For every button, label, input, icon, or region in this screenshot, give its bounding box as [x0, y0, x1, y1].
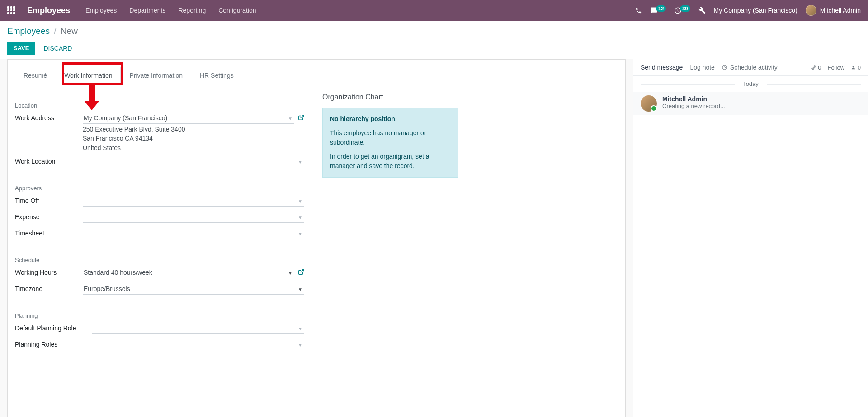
message-avatar: [641, 95, 657, 112]
work-location-input[interactable]: [83, 156, 304, 167]
menu-employees[interactable]: Employees: [85, 7, 117, 14]
external-link-icon[interactable]: [298, 114, 304, 122]
org-chart-title: Organization Chart: [322, 93, 458, 101]
control-panel: Employees / New SAVE DISCARD: [0, 21, 868, 59]
work-location-label: Work Location: [15, 156, 83, 165]
timezone-input[interactable]: [83, 283, 304, 295]
message-body: Creating a new record...: [662, 103, 861, 109]
section-planning-title: Planning: [15, 312, 304, 319]
chatter-message: Mitchell Admin Creating a new record...: [633, 92, 868, 115]
breadcrumb: Employees / New: [7, 26, 861, 36]
log-note-button[interactable]: Log note: [690, 64, 715, 71]
breadcrumb-root[interactable]: Employees: [7, 26, 50, 36]
expense-input[interactable]: [83, 211, 304, 223]
timesheet-input[interactable]: [83, 228, 304, 239]
planning-roles-input[interactable]: [92, 339, 304, 350]
default-planning-role-label: Default Planning Role: [15, 323, 92, 332]
phone-icon[interactable]: [635, 7, 642, 14]
form-scroll-area[interactable]: Resumé Work Information Private Informat…: [0, 59, 633, 417]
working-hours-input[interactable]: [83, 267, 294, 278]
menu-departments[interactable]: Departments: [129, 7, 165, 14]
tab-hr-settings[interactable]: HR Settings: [191, 67, 242, 84]
tab-resume[interactable]: Resumé: [15, 67, 56, 84]
section-approvers-title: Approvers: [15, 185, 304, 192]
activities-icon[interactable]: 39: [674, 7, 690, 14]
timezone-label: Timezone: [15, 283, 83, 292]
messaging-icon[interactable]: 12: [650, 7, 666, 14]
section-location-title: Location: [15, 102, 304, 109]
tab-private-information[interactable]: Private Information: [121, 67, 191, 84]
user-name: Mitchell Admin: [820, 7, 861, 14]
top-navbar: Employees Employees Departments Reportin…: [0, 0, 868, 21]
schedule-activity-button[interactable]: Schedule activity: [722, 64, 778, 71]
working-hours-label: Working Hours: [15, 267, 83, 276]
expense-label: Expense: [15, 211, 83, 221]
work-address-label: Work Address: [15, 113, 83, 122]
follow-button[interactable]: Follow: [828, 64, 845, 71]
followers-count[interactable]: 0: [851, 64, 861, 71]
breadcrumb-current: New: [61, 26, 78, 36]
activities-badge: 39: [680, 5, 690, 12]
org-alert-line1: This employee has no manager or subordin…: [330, 128, 450, 147]
navbar-menu: Employees Departments Reporting Configur…: [85, 7, 256, 14]
tab-work-information[interactable]: Work Information: [56, 67, 121, 84]
menu-reporting[interactable]: Reporting: [178, 7, 206, 14]
planning-roles-label: Planning Roles: [15, 339, 92, 348]
section-schedule-title: Schedule: [15, 257, 304, 263]
user-menu[interactable]: Mitchell Admin: [806, 5, 861, 16]
org-alert-heading: No hierarchy position.: [330, 114, 450, 124]
debug-icon[interactable]: [698, 7, 706, 14]
breadcrumb-separator: /: [54, 26, 56, 36]
timesheet-label: Timesheet: [15, 228, 83, 237]
org-alert-line2: In order to get an organigram, set a man…: [330, 152, 450, 171]
app-title[interactable]: Employees: [27, 6, 70, 15]
form-sheet: Resumé Work Information Private Informat…: [7, 59, 626, 417]
save-button[interactable]: SAVE: [7, 42, 35, 55]
work-address-display: 250 Executive Park Blvd, Suite 3400 San …: [83, 125, 304, 152]
discard-button[interactable]: DISCARD: [40, 42, 75, 55]
send-message-button[interactable]: Send message: [641, 64, 683, 71]
apps-icon[interactable]: [7, 6, 15, 14]
chatter-date-separator: Today: [633, 80, 868, 87]
org-chart-alert: No hierarchy position. This employee has…: [322, 108, 458, 178]
company-switcher[interactable]: My Company (San Francisco): [714, 7, 797, 14]
time-off-label: Time Off: [15, 195, 83, 204]
attachments-count[interactable]: 0: [811, 64, 821, 71]
message-author: Mitchell Admin: [662, 95, 861, 103]
work-address-input[interactable]: [83, 113, 294, 124]
chatter-panel: Send message Log note Schedule activity …: [633, 59, 868, 417]
menu-configuration[interactable]: Configuration: [218, 7, 256, 14]
notebook-tabs: Resumé Work Information Private Informat…: [15, 67, 618, 84]
user-avatar: [806, 5, 816, 16]
time-off-input[interactable]: [83, 195, 304, 207]
external-link-icon[interactable]: [298, 269, 304, 277]
default-planning-role-input[interactable]: [92, 323, 304, 334]
messaging-badge: 12: [656, 5, 666, 12]
chatter-topbar: Send message Log note Schedule activity …: [633, 59, 868, 76]
